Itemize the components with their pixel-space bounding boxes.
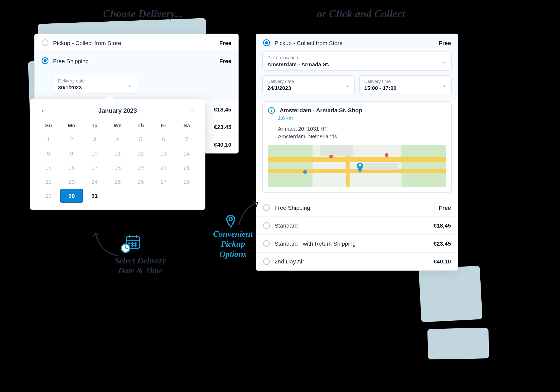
- pickup-location-select[interactable]: Pickup location Amsterdam - Armada St. ⌄: [262, 52, 452, 71]
- prev-month-button[interactable]: ←: [37, 105, 50, 116]
- shipping-option-pickup[interactable]: Pickup - Collect from Store Free: [35, 34, 239, 52]
- calendar-day[interactable]: 27: [152, 175, 175, 189]
- calendar-day[interactable]: 22: [37, 175, 60, 189]
- calendar-day[interactable]: 16: [60, 160, 83, 175]
- field-value: 15:00 - 17:00: [364, 85, 396, 91]
- calendar-day[interactable]: 2: [60, 132, 83, 146]
- svg-rect-3: [268, 157, 446, 162]
- calendar-day[interactable]: 10: [83, 146, 106, 161]
- radio-icon: [263, 222, 270, 229]
- chevron-down-icon: ⌄: [345, 81, 350, 89]
- option-price: €18,45: [433, 222, 451, 229]
- calendar-day[interactable]: 19: [129, 160, 152, 175]
- calendar-day[interactable]: 6: [152, 132, 175, 146]
- radio-icon: [263, 204, 270, 211]
- calendar-day[interactable]: 8: [37, 146, 60, 161]
- store-address-line: Armada 20, 1031 HT: [278, 126, 328, 132]
- decorative-stroke: [427, 328, 489, 359]
- calendar-clock-icon: [120, 233, 141, 255]
- shipping-option[interactable]: 2nd Day Air€40,10: [256, 253, 458, 270]
- svg-point-11: [359, 164, 361, 166]
- option-label: Free Shipping: [275, 204, 310, 211]
- svg-point-23: [135, 245, 136, 246]
- svg-point-19: [129, 243, 130, 244]
- calendar-day[interactable]: 7: [175, 132, 198, 146]
- calendar-day[interactable]: 17: [83, 160, 106, 175]
- calendar-day[interactable]: 14: [175, 146, 198, 161]
- radio-icon: [42, 39, 49, 46]
- annotation-click-collect: or Click and Collect: [317, 8, 405, 20]
- calendar-day[interactable]: 29: [37, 189, 60, 203]
- annotation-select-date: Select Delivery Date & Time: [115, 256, 166, 276]
- calendar-day[interactable]: 23: [60, 175, 83, 189]
- field-label: Pickup location: [267, 55, 329, 60]
- calendar-day[interactable]: 31: [83, 189, 106, 203]
- next-month-button[interactable]: →: [185, 105, 198, 116]
- calendar-day[interactable]: 26: [129, 175, 152, 189]
- calendar-day[interactable]: 30: [60, 189, 83, 203]
- option-label: Pickup - Collect from Store: [275, 39, 343, 46]
- calendar-day[interactable]: 28: [175, 175, 198, 189]
- option-price: €23.45: [214, 124, 231, 130]
- store-map[interactable]: [268, 145, 446, 187]
- delivery-date-select[interactable]: Delivery date 30/1/2023 ⌄: [53, 75, 137, 94]
- svg-point-10: [303, 170, 307, 174]
- arrow-annotation: [237, 199, 263, 231]
- option-price: €40,10: [214, 141, 231, 148]
- calendar-day[interactable]: 3: [83, 132, 106, 146]
- calendar-day[interactable]: 4: [106, 132, 129, 146]
- calendar-weekday: Fr: [152, 120, 175, 132]
- shipping-option[interactable]: Standard - with Return Shipping€23.45: [256, 235, 458, 253]
- svg-rect-2: [401, 145, 446, 187]
- pickup-panel: Pickup - Collect from Store Free Pickup …: [256, 34, 458, 271]
- svg-point-21: [135, 243, 136, 244]
- calendar-weekday: Sa: [175, 120, 198, 132]
- calendar-day[interactable]: 11: [106, 146, 129, 161]
- option-label: 2nd Day Air: [275, 258, 304, 265]
- date-picker-popover: ← January 2023 → SuMoTuWeThFrSa 12345678…: [30, 99, 205, 210]
- calendar-weekday: Su: [37, 120, 60, 132]
- calendar-day[interactable]: 21: [175, 160, 198, 175]
- calendar-weekday: Th: [129, 120, 152, 132]
- shipping-option[interactable]: Standard€18,45: [256, 217, 458, 235]
- calendar-day[interactable]: 15: [37, 160, 60, 175]
- calendar-day[interactable]: 20: [152, 160, 175, 175]
- option-price: €40,10: [433, 258, 451, 265]
- calendar-day[interactable]: 5: [129, 132, 152, 146]
- calendar-weekday: We: [106, 120, 129, 132]
- calendar-day[interactable]: 18: [106, 160, 129, 175]
- info-icon: i: [268, 107, 275, 114]
- option-label: Standard: [275, 222, 298, 229]
- svg-rect-4: [268, 169, 446, 173]
- option-label: Free Shipping: [53, 58, 89, 64]
- chevron-down-icon: ⌄: [127, 81, 132, 88]
- option-price: €18,45: [214, 106, 231, 113]
- option-price: Free: [439, 204, 451, 211]
- shipping-option-free-shipping[interactable]: Free Shipping Free: [35, 52, 239, 69]
- calendar-day[interactable]: 9: [60, 146, 83, 161]
- option-price: Free: [439, 39, 451, 46]
- calendar-day[interactable]: 1: [37, 132, 60, 146]
- calendar-day[interactable]: 25: [106, 175, 129, 189]
- calendar-day[interactable]: 24: [83, 175, 106, 189]
- store-name: Amsterdam - Armada St. Shop: [280, 107, 362, 114]
- shipping-option[interactable]: Free ShippingFree: [256, 199, 458, 217]
- option-price: €23.45: [433, 240, 451, 247]
- store-address-line: Amsterdam, Netherlands: [278, 133, 337, 139]
- calendar-day[interactable]: 12: [129, 146, 152, 161]
- radio-icon: [263, 258, 270, 265]
- shipping-option-pickup[interactable]: Pickup - Collect from Store Free: [256, 34, 458, 52]
- calendar-weekday: Mo: [60, 120, 83, 132]
- pickup-date-select[interactable]: Delivery date 24/1/2023 ⌄: [262, 75, 355, 94]
- svg-point-9: [385, 153, 389, 157]
- pickup-subsection: Pickup location Amsterdam - Armada St. ⌄…: [256, 52, 458, 101]
- radio-icon: [263, 240, 270, 247]
- chevron-down-icon: ⌄: [442, 58, 447, 65]
- pickup-time-select[interactable]: Delivery time 15:00 - 17:00 ⌄: [359, 75, 452, 94]
- calendar-title: January 2023: [98, 107, 137, 114]
- field-label: Delivery date: [58, 78, 85, 84]
- svg-point-8: [329, 155, 333, 158]
- store-detail-card: i Amsterdam - Armada St. Shop 2.6 km Arm…: [262, 101, 452, 193]
- svg-rect-7: [365, 162, 398, 170]
- calendar-day[interactable]: 13: [152, 146, 175, 161]
